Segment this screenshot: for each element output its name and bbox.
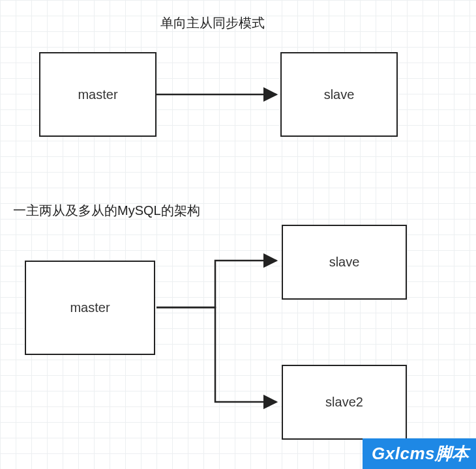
diagram2-slave1-label: slave [329, 255, 360, 270]
diagram1-master-label: master [78, 87, 117, 102]
diagram2-slave1-box: slave [282, 225, 407, 300]
diagram2-master-box: master [25, 261, 155, 355]
diagram2-slave2-box: slave2 [282, 365, 407, 440]
diagram1-title: 单向主从同步模式 [160, 14, 265, 32]
arrow-master-to-slave1 [156, 261, 276, 307]
diagram1-slave-box: slave [280, 52, 398, 137]
diagram1-slave-label: slave [324, 87, 355, 102]
arrow-master-to-slave2 [156, 307, 276, 402]
diagram2-master-label: master [70, 300, 110, 315]
diagram2-title: 一主两从及多从的MySQL的架构 [13, 202, 200, 220]
diagram2-slave2-label: slave2 [325, 395, 363, 410]
diagram-canvas: 单向主从同步模式 master slave 一主两从及多从的MySQL的架构 m… [0, 0, 476, 469]
diagram1-master-box: master [39, 52, 156, 137]
watermark-badge: Gxlcms脚本 [363, 438, 476, 469]
